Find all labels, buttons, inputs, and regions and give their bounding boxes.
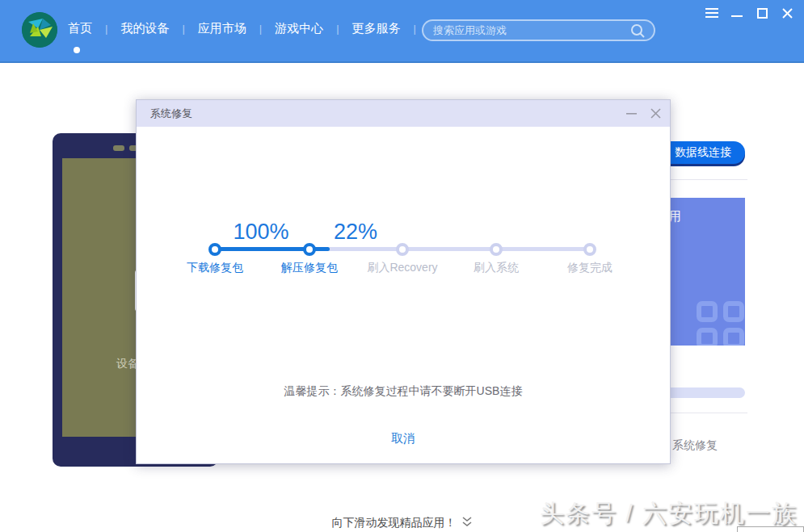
dialog-titlebar[interactable]: 系统修复: [137, 100, 670, 127]
scroll-down-hint-text: 向下滑动发现精品应用！: [332, 516, 457, 529]
corner-partial-box: [737, 526, 804, 532]
cancel-button[interactable]: 取消: [391, 431, 415, 445]
nav-item-my-devices[interactable]: 我的设备: [119, 21, 170, 36]
search-box[interactable]: [422, 19, 655, 41]
nav-item-home[interactable]: 首页: [66, 21, 94, 36]
double-chevron-down-icon[interactable]: [461, 517, 473, 530]
dialog-minimize-icon[interactable]: [625, 107, 638, 120]
active-nav-indicator-dot: [74, 47, 80, 53]
step-percent-download: 100%: [213, 220, 309, 245]
minimize-icon[interactable]: [730, 6, 744, 19]
nav-separator: |: [414, 23, 416, 35]
step-circle-extract-package: [303, 243, 316, 256]
maximize-icon[interactable]: [755, 6, 769, 19]
main-nav: 首页 | 我的设备 | 应用市场 | 游戏中心 | 更多服务 |: [66, 21, 427, 36]
step-circle-download-package: [208, 243, 221, 256]
window-controls: [705, 6, 794, 19]
nav-item-app-market[interactable]: 应用市场: [196, 21, 248, 36]
search-icon[interactable]: [628, 23, 649, 38]
step-circle-flash-system: [490, 243, 503, 256]
apps-panel-label: 用: [669, 209, 681, 224]
step-label-flash-recovery: 刷入Recovery: [350, 261, 455, 275]
system-repair-menu-item[interactable]: 系统修复: [672, 438, 718, 453]
close-icon[interactable]: [780, 6, 794, 19]
nav-separator: |: [259, 23, 262, 35]
dialog-close-icon[interactable]: [649, 107, 662, 120]
nav-separator: |: [336, 23, 339, 35]
menu-icon[interactable]: [705, 6, 719, 19]
step-label-extract-package: 解压修复包: [257, 261, 362, 275]
dialog-title: 系统修复: [150, 107, 192, 121]
app-logo-icon[interactable]: [22, 12, 57, 48]
step-label-repair-complete: 修复完成: [537, 261, 642, 275]
step-label-flash-system: 刷入系统: [444, 261, 549, 275]
apps-grid-icon: [697, 301, 744, 346]
usb-warning-tip: 温馨提示：系统修复过程中请不要断开USB连接: [137, 384, 670, 399]
phone-speaker-dot: [113, 145, 124, 151]
system-repair-dialog: 系统修复 100% 22% 下载修复包 解压修复包 刷入Recovery 刷入系…: [136, 99, 671, 464]
step-circle-repair-complete: [583, 243, 596, 256]
nav-separator: |: [182, 23, 184, 35]
nav-item-more-services[interactable]: 更多服务: [351, 21, 402, 36]
step-label-download-package: 下载修复包: [162, 261, 267, 275]
search-input[interactable]: [423, 24, 628, 36]
nav-separator: |: [105, 23, 107, 35]
app-header: 首页 | 我的设备 | 应用市场 | 游戏中心 | 更多服务 |: [0, 0, 804, 63]
watermark-text: 头条号 / 六安玩机一族: [540, 497, 798, 530]
step-percent-extract: 22%: [307, 220, 404, 245]
nav-item-game-center[interactable]: 游戏中心: [273, 21, 325, 36]
step-circle-flash-recovery: [396, 243, 409, 256]
